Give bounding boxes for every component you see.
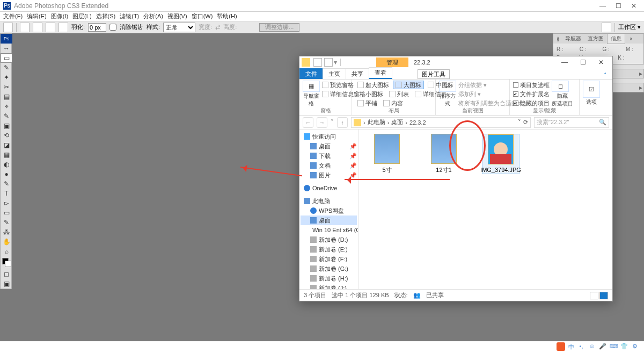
new-selection-icon[interactable] — [20, 23, 30, 32]
tray-keyboard-icon[interactable]: ⌨ — [610, 343, 617, 350]
breadcrumb[interactable]: › 此电脑 › 桌面 › 22.3.2 ˅ ⟳ — [351, 117, 531, 128]
tree-quick-access[interactable]: 快速访问 — [301, 132, 357, 141]
menu-image[interactable]: 图像(I) — [51, 12, 68, 20]
tree-onedrive[interactable]: OneDrive — [301, 183, 357, 193]
crumb-pc[interactable]: 此电脑 — [368, 118, 385, 126]
details-view-icon[interactable] — [590, 292, 598, 299]
antialias-checkbox[interactable] — [109, 24, 116, 31]
tree-desktop[interactable]: 桌面📌 — [301, 141, 357, 151]
menu-edit[interactable]: 编辑(E) — [27, 12, 47, 20]
pen-tool[interactable]: ✎ — [1, 179, 12, 189]
tray-emoji-icon[interactable]: ☺ — [588, 343, 596, 350]
brush-tool[interactable]: ✎ — [1, 111, 12, 121]
tray-punct-icon[interactable]: •, — [577, 343, 585, 350]
file-extensions-toggle[interactable]: 文件扩展名 — [513, 90, 550, 98]
quick-access-icon[interactable] — [313, 58, 322, 67]
workspace-dropdown[interactable]: 工作区 ▾ — [618, 23, 641, 31]
tree-hdrive[interactable]: 新加卷 (H:) — [301, 274, 357, 283]
histogram-tab[interactable]: 直方图 — [584, 34, 607, 44]
tree-fdrive[interactable]: 新加卷 (F:) — [301, 254, 357, 264]
hide-selected-icon[interactable]: ◻ — [552, 81, 569, 92]
thumbnails-view-icon[interactable] — [599, 292, 608, 299]
tree-documents[interactable]: 文档📌 — [301, 161, 357, 170]
screen-mode-icon[interactable]: ▣ — [1, 279, 12, 289]
fg-bg-colors[interactable] — [1, 256, 11, 269]
stamp-tool[interactable]: ▣ — [1, 121, 12, 131]
tree-downloads[interactable]: 下载📌 — [301, 151, 357, 161]
menu-filter[interactable]: 滤镜(T) — [120, 12, 139, 20]
tray-settings-icon[interactable]: ⚙ — [631, 343, 639, 350]
tree-wps[interactable]: WPS网盘 — [301, 206, 357, 215]
eraser-tool[interactable]: ◪ — [1, 140, 12, 150]
swap-icon[interactable]: ⇄ — [215, 24, 220, 31]
tray-mic-icon[interactable]: 🎤 — [599, 343, 606, 350]
tree-edrive[interactable]: 新加卷 (E:) — [301, 245, 357, 254]
history-dropdown-icon[interactable]: ˅ — [331, 119, 334, 126]
tree-jdrive[interactable]: 新加卷 (J:) — [301, 283, 357, 289]
refine-edge-button[interactable]: 调整边缘... — [259, 23, 299, 32]
notes-tool[interactable]: ✎ — [1, 218, 12, 227]
shape-tool[interactable]: ▭ — [1, 208, 12, 218]
tree-thispc[interactable]: 此电脑 — [301, 196, 357, 206]
explorer-maximize-button[interactable]: ☐ — [575, 59, 591, 66]
sub-selection-icon[interactable] — [46, 23, 55, 32]
tab-home[interactable]: 主页 — [323, 68, 346, 79]
tree-cdrive[interactable]: Win 10 Ent x64 (C:) — [301, 225, 357, 235]
refresh-icon[interactable]: ⟳ — [523, 119, 528, 126]
zoom-tool[interactable]: ⌕ — [1, 247, 12, 256]
tree-ddrive[interactable]: 新加卷 (D:) — [301, 235, 357, 245]
palette-collapse-icon[interactable]: ⟪ — [553, 35, 562, 43]
blur-tool[interactable]: ◐ — [1, 160, 12, 169]
menu-layer[interactable]: 图层(L) — [72, 12, 91, 20]
close-button[interactable]: ✕ — [631, 2, 636, 10]
quick-mask-icon[interactable]: ◻ — [1, 269, 12, 279]
path-tool[interactable]: ▻ — [1, 198, 12, 208]
tray-skin-icon[interactable]: 👕 — [620, 343, 628, 350]
gradient-tool[interactable]: ▦ — [1, 150, 12, 160]
options-icon[interactable]: ☑ — [583, 81, 600, 98]
menu-window[interactable]: 窗口(W) — [192, 12, 213, 20]
explorer-close-button[interactable]: ✕ — [593, 59, 609, 66]
tab-share[interactable]: 共享 — [346, 68, 369, 79]
tab-view[interactable]: 查看 — [369, 67, 392, 79]
menu-view[interactable]: 视图(V) — [167, 12, 187, 20]
forward-button[interactable]: → — [317, 117, 327, 128]
marquee-icon[interactable] — [3, 23, 13, 32]
crop-tool[interactable]: ✂ — [1, 82, 12, 92]
up-button[interactable]: ↑ — [337, 117, 348, 128]
feather-input[interactable] — [88, 23, 106, 32]
view-xl[interactable]: 超大图标 — [355, 81, 391, 89]
ribbon-collapse-icon[interactable]: ˄ — [598, 72, 612, 79]
brush-preset-icon[interactable] — [602, 23, 611, 32]
item-checkboxes-toggle[interactable]: 项目复选框 — [513, 81, 550, 89]
intersect-selection-icon[interactable] — [58, 23, 68, 32]
file-item[interactable]: 5寸 — [368, 134, 406, 174]
tree-gdrive[interactable]: 新加卷 (G:) — [301, 264, 357, 274]
view-list[interactable]: 列表 — [387, 90, 411, 98]
history-brush-tool[interactable]: ⟲ — [1, 131, 12, 140]
tab-picture-tools[interactable]: 图片工具 — [418, 69, 450, 79]
ime-label[interactable]: 中 — [568, 343, 574, 351]
menu-file[interactable]: 文件(F) — [3, 12, 23, 20]
add-selection-icon[interactable] — [33, 23, 42, 32]
crumb-folder[interactable]: 22.3.2 — [409, 119, 426, 126]
type-tool[interactable]: T — [1, 189, 12, 198]
wand-tool[interactable]: ✦ — [1, 73, 12, 82]
hand-tool[interactable]: ✋ — [1, 237, 12, 247]
dodge-tool[interactable]: ● — [1, 169, 12, 179]
file-item-selected[interactable]: IMG_3794.JPG — [482, 134, 519, 174]
minimize-button[interactable]: — — [599, 2, 606, 10]
view-lg[interactable]: 大图标 — [393, 81, 424, 89]
info-tab[interactable]: 信息 — [607, 33, 625, 44]
heal-tool[interactable]: ⌖ — [1, 102, 12, 111]
explorer-minimize-button[interactable]: — — [557, 59, 573, 66]
address-dropdown-icon[interactable]: ˅ — [518, 119, 521, 126]
crumb-desktop[interactable]: 桌面 — [391, 118, 403, 126]
palette-close-icon[interactable]: × — [626, 35, 636, 43]
style-select[interactable]: 正常 — [163, 23, 195, 32]
back-button[interactable]: ← — [303, 117, 313, 128]
navigator-tab[interactable]: 导航器 — [562, 34, 584, 44]
ime-icon[interactable] — [557, 342, 565, 351]
qat-dropdown-icon[interactable]: ▾ — [334, 59, 337, 66]
hidden-items-toggle[interactable]: 隐藏的项目 — [513, 99, 550, 107]
